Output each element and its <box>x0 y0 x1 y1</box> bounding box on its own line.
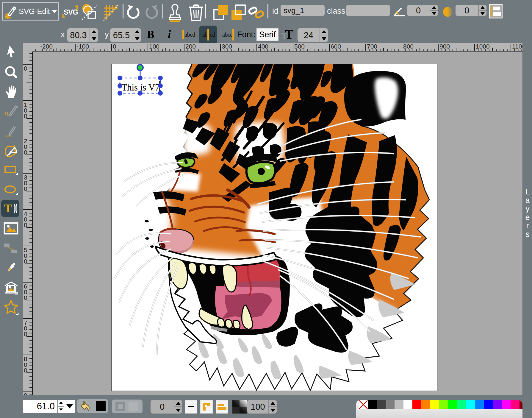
svg-text:700: 700 <box>367 43 377 50</box>
svg-text:0: 0 <box>24 330 27 337</box>
svg-text:0: 0 <box>24 149 27 156</box>
svg-text:600: 600 <box>331 43 341 50</box>
svg-text:0: 0 <box>24 65 27 72</box>
svg-text:200: 200 <box>185 43 196 50</box>
svg-text:0: 0 <box>113 43 116 50</box>
svg-text:300: 300 <box>222 43 232 50</box>
svg-text:900: 900 <box>439 43 450 50</box>
svg-text:-100: -100 <box>76 43 89 50</box>
svg-text:0: 0 <box>24 367 27 374</box>
svg-text:1000: 1000 <box>476 43 490 50</box>
svg-text:100: 100 <box>149 43 159 50</box>
svg-text:0: 0 <box>24 113 27 119</box>
svg-text:0: 0 <box>24 258 27 265</box>
svg-text:1100: 1100 <box>512 43 522 50</box>
svg-text:SVG: SVG <box>64 8 78 16</box>
svg-text:-200: -200 <box>40 43 53 50</box>
svg-text:800: 800 <box>403 43 414 50</box>
svg-text:400: 400 <box>258 43 268 50</box>
svg-text:T: T <box>4 202 12 215</box>
svg-text:0: 0 <box>24 185 27 192</box>
svg-text:9: 9 <box>24 392 27 395</box>
svg-text:0: 0 <box>24 222 27 228</box>
svg-text:500: 500 <box>294 43 305 50</box>
svg-text:0: 0 <box>24 294 27 301</box>
